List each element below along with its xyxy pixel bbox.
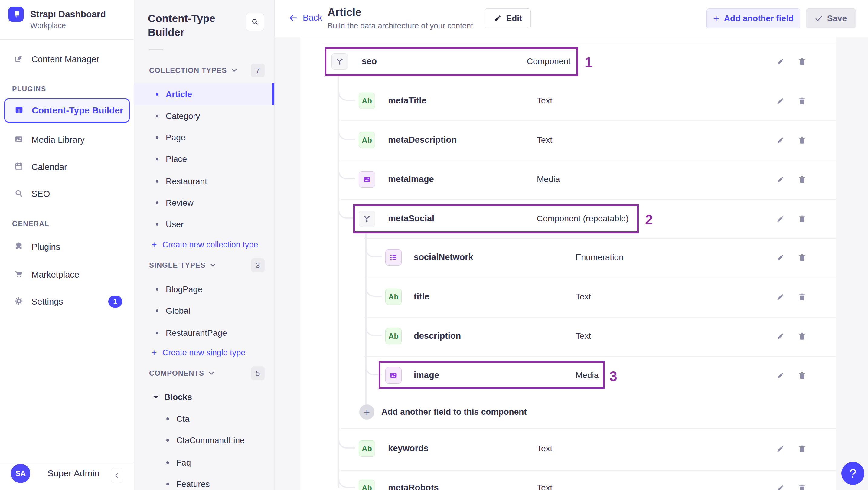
pencil-icon: [776, 215, 784, 223]
delete-field-button[interactable]: [796, 55, 808, 68]
create-collection-type-link[interactable]: + Create new collection type: [134, 234, 274, 255]
plus-icon: +: [151, 347, 157, 359]
panel-item-label: Review: [166, 198, 193, 208]
panel-item-page[interactable]: Page: [134, 127, 274, 148]
panel-item-restaurantpage[interactable]: RestaurantPage: [134, 322, 274, 344]
sidebar-item-calendar[interactable]: Calendar: [0, 157, 134, 177]
sidebar-item-label: Settings: [31, 297, 63, 307]
count-badge: 5: [251, 366, 265, 380]
panel-item-review[interactable]: Review: [134, 192, 274, 214]
delete-field-button[interactable]: [796, 330, 808, 343]
field-row-description: Ab description Text: [300, 321, 836, 350]
add-field-label: Add another field: [724, 13, 794, 23]
workspace-name: Workplace: [30, 21, 66, 30]
add-component-field-label[interactable]: Add another field to this component: [381, 407, 527, 417]
delete-field-button[interactable]: [796, 134, 808, 147]
field-row-socialnetwork: socialNetwork Enumeration: [300, 243, 836, 272]
row-divider: [341, 120, 836, 121]
panel-item-category[interactable]: Category: [134, 105, 274, 127]
search-icon: [14, 189, 23, 199]
sidebar-item-seo[interactable]: SEO: [0, 184, 134, 204]
sidebar-item-label: Content-Type Builder: [32, 105, 123, 116]
main-content: Back Article Build the data architecture…: [275, 0, 868, 490]
edit-field-button[interactable]: [774, 213, 787, 225]
delete-field-button[interactable]: [796, 173, 808, 186]
sidebar-item-content-manager[interactable]: Content Manager: [0, 50, 134, 69]
help-button[interactable]: ?: [841, 462, 864, 485]
edit-field-button[interactable]: [774, 330, 787, 343]
chevron-down-icon: [209, 372, 214, 375]
panel-item-cta[interactable]: Cta: [134, 408, 274, 429]
field-type: Text: [537, 96, 552, 105]
enumeration-field-icon: [385, 249, 402, 266]
delete-field-button[interactable]: [796, 482, 808, 490]
trash-icon: [798, 484, 806, 490]
delete-field-button[interactable]: [796, 95, 808, 108]
panel-item-blogpage[interactable]: BlogPage: [134, 279, 274, 300]
field-row-title: Ab title Text: [300, 282, 836, 311]
edit-field-button[interactable]: [774, 95, 787, 108]
delete-field-button[interactable]: [796, 442, 808, 455]
add-component-field-row[interactable]: + Add another field to this component: [300, 397, 836, 427]
sidebar-item-plugins[interactable]: Plugins: [0, 237, 134, 256]
section-collection-types[interactable]: COLLECTION TYPES 7: [134, 63, 274, 78]
panel-item-faq[interactable]: Faq: [134, 452, 274, 473]
create-single-type-link[interactable]: + Create new single type: [134, 342, 274, 364]
edit-field-button[interactable]: [774, 134, 787, 147]
sidebar-item-media-library[interactable]: Media Library: [0, 130, 134, 149]
field-type: Text: [537, 135, 552, 145]
search-button[interactable]: [246, 13, 264, 31]
trash-icon: [798, 253, 806, 262]
edit-field-button[interactable]: [774, 251, 787, 264]
panel-item-label: CtaCommandLine: [176, 435, 245, 445]
plus-circle-icon[interactable]: +: [359, 404, 374, 420]
delete-field-button[interactable]: [796, 251, 808, 264]
delete-field-button[interactable]: [796, 213, 808, 225]
save-button[interactable]: Save: [806, 8, 856, 28]
panel-item-global[interactable]: Global: [134, 300, 274, 321]
component-group-blocks[interactable]: Blocks: [134, 386, 274, 408]
sidebar-item-content-type-builder[interactable]: Content-Type Builder: [4, 98, 130, 123]
text-field-icon: Ab: [359, 132, 375, 148]
panel-item-label: RestaurantPage: [166, 328, 227, 338]
panel-item-restaurant[interactable]: Restaurant: [134, 171, 274, 192]
panel-item-user[interactable]: User: [134, 214, 274, 235]
add-another-field-button[interactable]: + Add another field: [707, 8, 800, 28]
panel-item-features[interactable]: Features: [134, 473, 274, 490]
section-single-types[interactable]: SINGLE TYPES 3: [134, 258, 274, 272]
edit-field-button[interactable]: [774, 482, 787, 490]
panel-item-label: Features: [176, 480, 210, 489]
sidebar-item-label: Content Manager: [31, 55, 99, 64]
edit-field-button[interactable]: [774, 442, 787, 455]
panel-item-label: Faq: [176, 458, 191, 468]
trash-icon: [798, 136, 806, 145]
collapse-sidebar-button[interactable]: [111, 468, 123, 483]
edit-field-button[interactable]: [774, 173, 787, 186]
section-components[interactable]: COMPONENTS 5: [134, 366, 274, 380]
panel-item-article[interactable]: Article: [134, 84, 274, 105]
panel-item-place[interactable]: Place: [134, 148, 274, 170]
main-sidebar: Strapi Dashboard Workplace Content Manag…: [0, 0, 134, 490]
edit-field-button[interactable]: [774, 369, 787, 382]
text-field-icon: Ab: [385, 328, 402, 344]
nav-section-plugins: PLUGINS: [12, 85, 46, 93]
panel-item-ctacommandline[interactable]: CtaCommandLine: [134, 429, 274, 451]
media-field-icon: [359, 171, 375, 187]
delete-field-button[interactable]: [796, 291, 808, 303]
bullet-icon: [166, 461, 169, 464]
sidebar-item-settings[interactable]: Settings 1: [0, 292, 134, 311]
link-label: Create new collection type: [162, 240, 258, 249]
panel-item-label: Cta: [176, 414, 190, 424]
edit-field-button[interactable]: [774, 55, 787, 68]
delete-field-button[interactable]: [796, 369, 808, 382]
puzzle-icon: [14, 242, 23, 252]
edit-field-button[interactable]: [774, 291, 787, 303]
edit-button[interactable]: Edit: [485, 8, 531, 28]
sidebar-item-marketplace[interactable]: Marketplace: [0, 265, 134, 284]
app-title: Strapi Dashboard: [30, 9, 106, 19]
back-label: Back: [303, 13, 322, 23]
back-link[interactable]: Back: [289, 13, 322, 23]
bullet-icon: [156, 309, 158, 312]
panel-item-label: BlogPage: [166, 285, 202, 294]
avatar[interactable]: SA: [11, 464, 30, 483]
